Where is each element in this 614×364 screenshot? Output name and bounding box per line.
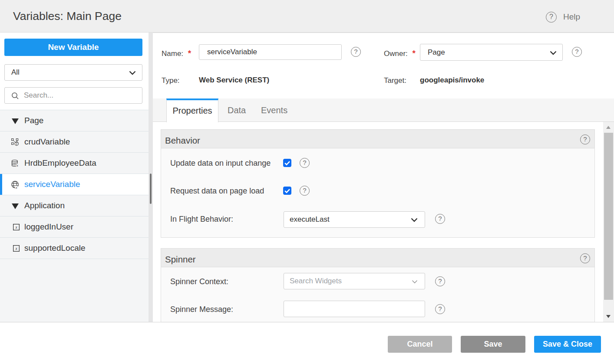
svg-text:x: x	[15, 185, 17, 189]
svg-text:x: x	[16, 163, 18, 167]
svg-text:x: x	[15, 225, 17, 230]
svg-text:x: x	[15, 246, 17, 251]
svg-text:x: x	[16, 142, 18, 146]
